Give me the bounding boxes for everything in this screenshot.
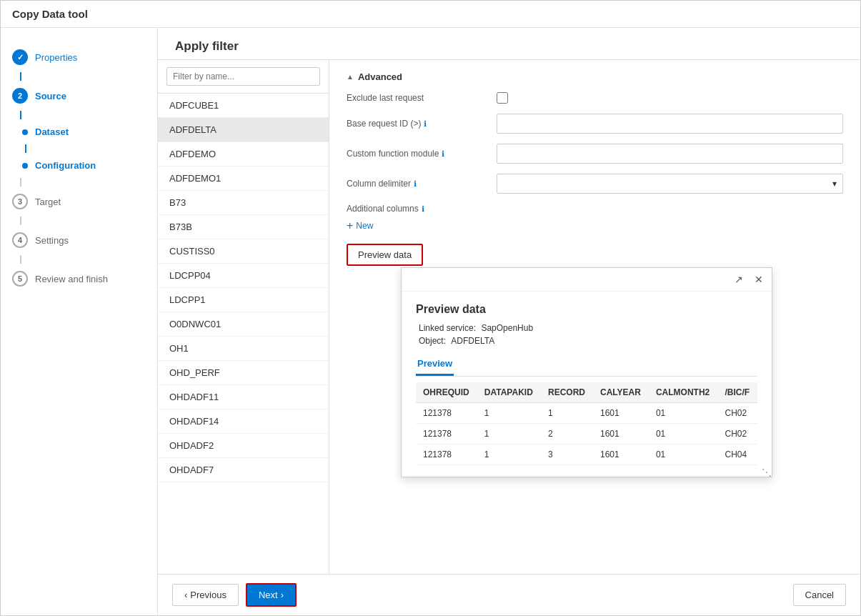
preview-data-button[interactable]: Preview data (347, 244, 423, 266)
additional-columns-row: Additional columns ℹ (347, 204, 843, 214)
connector-5 (20, 217, 21, 225)
list-item[interactable]: O0DNWC01 (158, 312, 329, 337)
resize-handle-icon: ⋱ (762, 467, 769, 474)
list-item[interactable]: OHDADF14 (158, 409, 329, 434)
exclude-last-request-row: Exclude last request (347, 92, 843, 104)
sidebar-label-dataset: Dataset (35, 126, 69, 137)
custom-function-module-input[interactable] (497, 144, 843, 164)
list-filter (158, 60, 329, 94)
add-new-label: New (356, 221, 373, 231)
sidebar-item-dataset[interactable]: Dataset (1, 119, 157, 144)
next-button[interactable]: Next › (246, 583, 297, 607)
list-item[interactable]: OHDADF7 (158, 458, 329, 482)
advanced-section-header[interactable]: ▲ Advanced (347, 71, 843, 82)
cell: 1601 (593, 444, 649, 465)
add-new-button[interactable]: + New (347, 218, 843, 234)
col-calmonth2: CALMONTH2 (649, 382, 718, 403)
plus-icon: + (347, 219, 353, 232)
list-item[interactable]: LDCPP04 (158, 264, 329, 288)
table-row: 121378 1 3 1601 01 CH04 (416, 444, 757, 465)
cell: 01 (649, 424, 718, 444)
step-circle-properties: ✓ (12, 49, 28, 65)
list-item[interactable]: OHDADF11 (158, 385, 329, 409)
list-item[interactable]: ADFDEMO1 (158, 167, 329, 191)
close-icon[interactable]: ✕ (752, 272, 766, 287)
sidebar-item-configuration[interactable]: Configuration (1, 153, 157, 178)
connector-2 (20, 111, 21, 119)
preview-popup-title: Preview data (416, 303, 757, 316)
list-panel: ADFCUBE1 ADFDELTA ADFDEMO ADFDEMO1 B73 B… (158, 60, 329, 574)
sidebar-item-source[interactable]: 2 Source (1, 81, 157, 111)
sidebar-item-target[interactable]: 3 Target (1, 187, 157, 217)
col-ohrequid: OHREQUID (416, 382, 477, 403)
preview-popup-header: ↗ ✕ (402, 268, 772, 292)
additional-columns-label: Additional columns ℹ (347, 204, 489, 214)
cell: 1 (477, 403, 541, 424)
cell: 2 (541, 424, 593, 444)
cell: 1601 (593, 403, 649, 424)
preview-popup-body: Preview data Linked service: SapOpenHub … (402, 292, 772, 477)
tab-preview[interactable]: Preview (416, 353, 454, 376)
list-item[interactable]: OHDADF2 (158, 434, 329, 458)
col-record: RECORD (541, 382, 593, 403)
sidebar: ✓ Properties 2 Source Dataset Configurat… (1, 28, 158, 615)
list-item[interactable]: B73 (158, 191, 329, 215)
chevron-icon: ▲ (347, 73, 354, 81)
cell: 1 (477, 424, 541, 444)
table-row: 121378 1 1 1601 01 CH02 (416, 403, 757, 424)
sidebar-label-target: Target (35, 197, 61, 207)
config-panel: ▲ Advanced Exclude last request Base req… (329, 60, 860, 574)
col-datapakid: DATAPAKID (477, 382, 541, 403)
dot-dataset (22, 129, 28, 135)
base-request-id-input[interactable] (497, 114, 843, 134)
connector-6 (20, 255, 21, 264)
additional-columns-info-icon[interactable]: ℹ (422, 204, 424, 214)
list-item[interactable]: LDCPP1 (158, 288, 329, 312)
list-item[interactable]: ADFDEMO (158, 142, 329, 167)
col-bic: /BIC/F (718, 382, 757, 403)
base-request-id-label: Base request ID (>) ℹ (347, 119, 489, 129)
list-items: ADFCUBE1 ADFDELTA ADFDEMO ADFDEMO1 B73 B… (158, 94, 329, 574)
list-item-selected[interactable]: ADFDELTA (158, 118, 329, 142)
previous-button[interactable]: ‹ Previous (172, 584, 239, 606)
cell: 1601 (593, 424, 649, 444)
sidebar-item-properties[interactable]: ✓ Properties (1, 42, 157, 72)
step-circle-settings: 4 (12, 232, 28, 248)
custom-function-module-row: Custom function module ℹ (347, 144, 843, 164)
cell: 1 (541, 403, 593, 424)
exclude-last-request-checkbox[interactable] (497, 92, 508, 104)
chevron-left-icon: ‹ (184, 590, 187, 600)
cell: CH02 (718, 403, 757, 424)
list-item[interactable]: B73B (158, 215, 329, 239)
base-request-id-info-icon[interactable]: ℹ (424, 119, 427, 129)
step-circle-review: 5 (12, 271, 28, 287)
col-calyear: CALYEAR (593, 382, 649, 403)
column-delimiter-select[interactable]: ▾ (497, 174, 843, 194)
preview-table-wrapper: OHREQUID DATAPAKID RECORD CALYEAR CALMON… (416, 377, 757, 465)
sidebar-label-properties: Properties (35, 52, 77, 63)
cell: 01 (649, 444, 718, 465)
list-item[interactable]: OHD_PERF (158, 361, 329, 385)
cell: 01 (649, 403, 718, 424)
sidebar-item-review[interactable]: 5 Review and finish (1, 264, 157, 294)
list-item[interactable]: OH1 (158, 337, 329, 361)
column-delimiter-info-icon[interactable]: ℹ (414, 179, 417, 189)
sidebar-label-source: Source (35, 91, 66, 101)
app-title: Copy Data tool (1, 1, 860, 28)
right-panel: Apply filter ADFCUBE1 ADFDELTA ADFDEMO A… (158, 28, 860, 615)
sidebar-item-settings[interactable]: 4 Settings (1, 225, 157, 255)
connector-4 (20, 178, 21, 187)
expand-icon[interactable]: ↗ (732, 272, 746, 287)
custom-function-module-label: Custom function module ℹ (347, 149, 489, 159)
custom-function-module-info-icon[interactable]: ℹ (442, 149, 444, 159)
cell: 121378 (416, 403, 477, 424)
cell: 1 (477, 444, 541, 465)
cancel-button[interactable]: Cancel (793, 584, 846, 606)
filter-input[interactable] (166, 67, 320, 86)
connector-1 (20, 72, 21, 81)
advanced-section-label: Advanced (358, 71, 402, 82)
list-item[interactable]: CUSTISS0 (158, 239, 329, 264)
preview-linked-service: Linked service: SapOpenHub (416, 323, 757, 333)
list-item[interactable]: ADFCUBE1 (158, 94, 329, 118)
preview-tabs: Preview (416, 353, 757, 377)
